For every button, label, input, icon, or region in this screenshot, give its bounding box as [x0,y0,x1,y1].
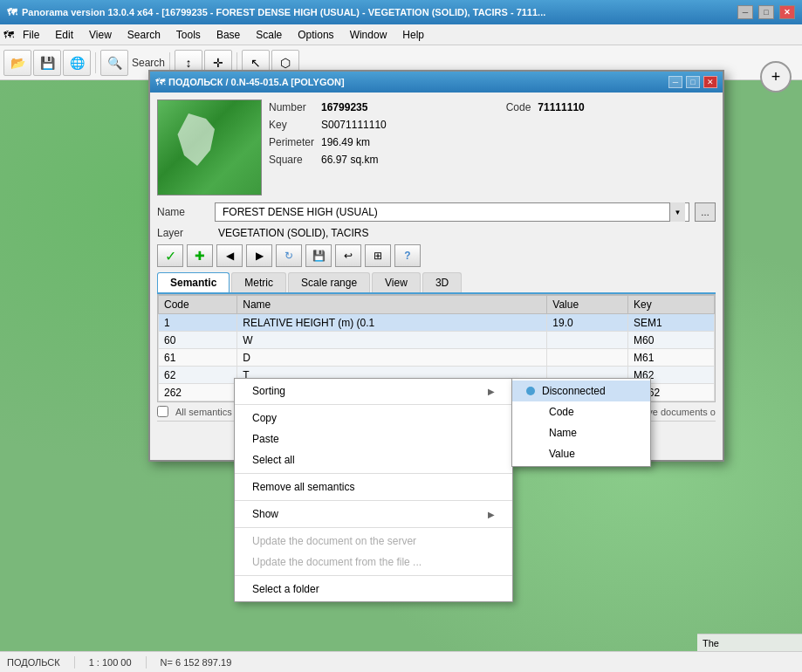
code-label: Code [506,99,531,115]
menu-scale[interactable]: Scale [249,27,289,43]
dialog-title: ПОДОЛЬСК / 0.N-45-015.A [POLYGON] [168,77,665,87]
toolbar-search[interactable]: 🔍 [100,50,128,76]
table-row[interactable]: 60 W M60 [159,332,715,349]
menu-help[interactable]: Help [395,27,431,43]
menu-file[interactable]: File [16,27,46,43]
menu-search[interactable]: Search [120,27,168,43]
ctx-show-arrow: ▶ [488,510,495,519]
ctx-show[interactable]: Show ▶ [235,504,512,525]
submenu-code[interactable]: Code [512,401,650,422]
ctx-sep2 [235,473,512,474]
tooltip-bar: The [697,634,802,651]
col-key: Key [628,296,715,314]
name-dropdown-arrow[interactable]: ▼ [669,202,685,222]
cell-code: 1 [159,314,237,332]
cell-code: 262 [159,384,237,401]
action-buttons: ✓ ✚ ◀ ▶ ↻ 💾 ↩ ⊞ ? [157,244,716,267]
cell-name: RELATIVE HEIGHT (m) (0.1 [237,314,547,332]
toolbar-globe[interactable]: 🌐 [63,50,91,76]
menu-base[interactable]: Base [209,27,247,43]
menu-view[interactable]: View [82,27,119,43]
help-btn[interactable]: ? [394,244,421,267]
ctx-copy[interactable]: Copy [235,408,512,429]
ctx-sep5 [235,575,512,576]
submenu: Disconnected Code Name Value [511,378,651,467]
ctx-sep1 [235,404,512,405]
submenu-disconnected[interactable]: Disconnected [512,381,650,401]
tab-semantic[interactable]: Semantic [157,272,230,292]
menu-edit[interactable]: Edit [48,27,80,43]
save-disk-btn[interactable]: 💾 [305,244,332,267]
statusbar-sep2 [146,656,147,669]
ctx-paste[interactable]: Paste [235,429,512,449]
toolbar-save[interactable]: 💾 [33,50,61,76]
layer-row: Layer VEGETATION (SOLID), TACIRS [157,225,716,241]
preview-image [157,99,262,195]
submenu-dot [526,387,535,395]
statusbar-coords: N= 6 152 897.19 [161,657,232,668]
dialog-titlebar: 🗺 ПОДОЛЬСК / 0.N-45-015.A [POLYGON] ─ □ … [150,72,723,93]
name-extra-btn[interactable]: … [695,202,716,222]
close-button[interactable]: ✕ [779,5,795,19]
code-value: 71111110 [538,99,716,115]
restore-button[interactable]: □ [758,5,774,19]
cell-code: 60 [159,332,237,349]
undo-btn[interactable]: ↩ [335,244,361,267]
cell-key: SEM1 [628,314,715,332]
tab-3d[interactable]: 3D [422,272,462,292]
toolbar-open[interactable]: 📂 [3,50,31,76]
name-input[interactable]: FOREST DENSE HIGH (USUAL) ▼ [215,202,689,222]
all-semantics-checkbox[interactable] [157,406,168,417]
toolbar-sep1 [95,52,96,73]
ctx-sorting[interactable]: Sorting ▶ [235,381,512,401]
ctx-remove-semantics[interactable]: Remove all semantics [235,477,512,497]
ctx-update-file: Update the document from the file ... [235,552,512,573]
ctx-sorting-label: Sorting [252,385,285,397]
submenu-value[interactable]: Value [512,443,650,464]
ctx-select-folder-label: Select a folder [252,583,319,595]
statusbar-sep1 [74,656,75,669]
ctx-select-folder[interactable]: Select a folder [235,579,512,600]
cell-name: D [237,349,547,367]
cell-key: M60 [628,332,715,349]
col-value: Value [547,296,628,314]
info-section: Number 16799235 Code 71111110 Key S00711… [157,99,716,195]
ctx-select-all[interactable]: Select all [235,449,512,470]
ctx-paste-label: Paste [252,433,279,445]
ctx-update-server: Update the document on the server [235,531,512,552]
next-btn[interactable]: ▶ [246,244,272,267]
app-titlebar: 🗺 Panorama version 13.0.4 x64 - [1679923… [0,0,802,24]
col-code: Code [159,296,237,314]
table-row[interactable]: 61 D M61 [159,349,715,367]
number-value: 16799235 [321,99,499,115]
ctx-remove-semantics-label: Remove all semantics [252,481,354,493]
context-menu: Sorting ▶ Copy Paste Select all Remove a… [234,378,513,602]
dialog-minimize[interactable]: ─ [668,76,682,88]
app-icon-small: 🗺 [3,29,14,41]
menu-window[interactable]: Window [343,27,394,43]
menu-tools[interactable]: Tools [169,27,208,43]
submenu-name[interactable]: Name [512,422,650,443]
grid-btn[interactable]: ⊞ [365,244,391,267]
perimeter-value: 196.49 km [321,134,716,150]
add-btn[interactable]: ✚ [187,244,213,267]
menu-options[interactable]: Options [291,27,340,43]
tab-metric[interactable]: Metric [231,272,286,292]
statusbar: ПОДОЛЬСК 1 : 100 00 N= 6 152 897.19 [0,651,802,672]
refresh-btn[interactable]: ↻ [276,244,302,267]
checkmark-btn[interactable]: ✓ [157,244,183,267]
tab-scale-range[interactable]: Scale range [288,272,370,292]
dialog-close[interactable]: ✕ [703,76,717,88]
cell-name: W [237,332,547,349]
table-row[interactable]: 1 RELATIVE HEIGHT (m) (0.1 19.0 SEM1 [159,314,715,332]
statusbar-location: ПОДОЛЬСК [7,657,60,668]
prev-btn[interactable]: ◀ [216,244,243,267]
tabs: Semantic Metric Scale range View 3D [157,272,716,294]
magnifier-button[interactable]: + [760,61,792,93]
minimize-button[interactable]: ─ [737,5,753,19]
tab-view[interactable]: View [372,272,421,292]
name-row: Name FOREST DENSE HIGH (USUAL) ▼ … [157,202,716,222]
dialog-restore[interactable]: □ [686,76,700,88]
ctx-update-server-label: Update the document on the server [252,535,416,547]
cell-code: 61 [159,349,237,367]
